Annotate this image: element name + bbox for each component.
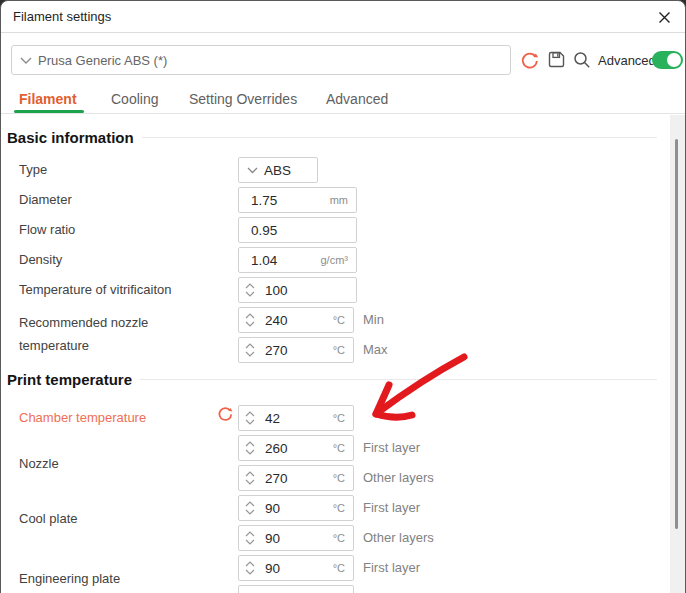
density-unit: g/cm³ (321, 254, 349, 266)
search-preset-button[interactable] (572, 50, 592, 70)
spinner-down-icon (245, 321, 255, 327)
spinner-down-icon (245, 509, 255, 515)
diameter-label: Diameter (19, 192, 72, 207)
spinner-buttons[interactable] (242, 586, 258, 593)
spinner-buttons[interactable] (242, 406, 258, 430)
nozzle-temp-max-input[interactable] (258, 343, 333, 358)
spinner-down-icon (245, 351, 255, 357)
density-field: g/cm³ (238, 247, 357, 273)
spinner-up-icon (245, 411, 255, 417)
reset-preset-button[interactable] (520, 50, 540, 70)
type-dropdown[interactable]: ABS (238, 157, 318, 183)
spinner-buttons[interactable] (242, 436, 258, 460)
cool-plate-other-layers-field: °C (238, 525, 354, 551)
scrollbar-track[interactable] (670, 115, 685, 593)
spinner-down-icon (245, 419, 255, 425)
unit-celsius: °C (333, 562, 345, 574)
engineering-plate-label: Engineering plate (19, 571, 120, 586)
nozzle-temp-min-input[interactable] (258, 313, 333, 328)
spinner-buttons[interactable] (242, 466, 258, 490)
vitrification-field (238, 277, 357, 303)
chamber-reset-button[interactable] (217, 405, 234, 422)
vitrification-input[interactable] (258, 283, 356, 298)
type-label: Type (19, 162, 47, 177)
save-preset-button[interactable] (547, 50, 567, 70)
first-layer-side-label: First layer (363, 560, 420, 575)
preset-name: Prusa Generic ABS (*) (38, 53, 167, 68)
other-layers-side-label: Other layers (363, 530, 434, 545)
tab-setting-overrides[interactable]: Setting Overrides (189, 91, 297, 107)
section-title: Print temperature (7, 371, 132, 388)
spinner-down-icon (245, 449, 255, 455)
spinner-up-icon (245, 471, 255, 477)
tab-cooling[interactable]: Cooling (111, 91, 158, 107)
spinner-buttons[interactable] (242, 338, 258, 362)
close-button[interactable] (653, 6, 675, 28)
max-side-label: Max (363, 342, 388, 357)
preset-combobox[interactable]: Prusa Generic ABS (*) (11, 45, 511, 75)
toggle-knob (667, 53, 681, 67)
cool-plate-label: Cool plate (19, 511, 78, 526)
chevron-down-icon (20, 57, 32, 64)
diameter-input[interactable] (239, 193, 330, 208)
flow-ratio-input[interactable] (239, 223, 356, 238)
cool-plate-first-layer-input[interactable] (258, 501, 333, 516)
search-icon (572, 50, 592, 70)
nozzle-other-layers-input[interactable] (258, 471, 333, 486)
spinner-up-icon (245, 531, 255, 537)
spinner-buttons[interactable] (242, 496, 258, 520)
tab-divider (1, 113, 685, 114)
nozzle-other-layers-field: °C (238, 465, 354, 491)
flow-ratio-label: Flow ratio (19, 222, 75, 237)
unit-celsius: °C (333, 314, 345, 326)
advanced-mode-label: Advanced (598, 53, 656, 68)
spinner-up-icon (245, 561, 255, 567)
section-title: Basic information (7, 129, 134, 146)
title-bar: Filament settings (1, 1, 685, 33)
min-side-label: Min (363, 312, 384, 327)
spinner-buttons[interactable] (242, 526, 258, 550)
first-layer-side-label: First layer (363, 500, 420, 515)
unit-celsius: °C (333, 472, 345, 484)
nozzle-temp-max-field: °C (238, 337, 354, 363)
filament-settings-dialog: Filament settings Prusa Generic ABS (*) (0, 0, 686, 593)
save-icon (547, 50, 566, 69)
chamber-temp-field: °C (238, 405, 354, 431)
tab-filament[interactable]: Filament (19, 91, 77, 107)
cool-plate-other-layers-input[interactable] (258, 531, 333, 546)
vitrification-label: Temperature of vitrificaiton (19, 282, 171, 297)
spinner-up-icon (245, 283, 255, 289)
tab-bar: Filament Cooling Setting Overrides Advan… (1, 89, 685, 114)
cool-plate-first-layer-field: °C (238, 495, 354, 521)
spinner-buttons[interactable] (242, 308, 258, 332)
advanced-mode-toggle[interactable] (652, 51, 683, 69)
density-input[interactable] (239, 253, 321, 268)
spinner-up-icon (245, 441, 255, 447)
engineering-plate-other-layers-field-partial (238, 585, 354, 593)
section-basic-information: Basic information (7, 129, 657, 146)
chamber-temperature-label: Chamber temperature (19, 410, 146, 425)
other-layers-side-label: Other layers (363, 470, 434, 485)
flow-ratio-field (238, 217, 357, 243)
scrollbar-thumb[interactable] (675, 139, 678, 529)
nozzle-temp-min-field: °C (238, 307, 354, 333)
density-label: Density (19, 252, 62, 267)
spinner-buttons[interactable] (242, 278, 258, 302)
spinner-buttons[interactable] (242, 556, 258, 580)
tab-advanced[interactable]: Advanced (326, 91, 388, 107)
nozzle-first-layer-input[interactable] (258, 441, 333, 456)
chevron-down-icon (247, 167, 258, 174)
first-layer-side-label: First layer (363, 440, 420, 455)
refresh-icon (217, 405, 234, 422)
section-print-temperature: Print temperature (7, 371, 657, 388)
refresh-icon (520, 50, 540, 70)
chamber-temp-input[interactable] (258, 411, 333, 426)
engineering-plate-first-layer-input[interactable] (258, 561, 333, 576)
spinner-up-icon (245, 313, 255, 319)
unit-celsius: °C (333, 412, 345, 424)
spinner-down-icon (245, 539, 255, 545)
unit-celsius: °C (333, 344, 345, 356)
spinner-up-icon (245, 343, 255, 349)
diameter-field: mm (238, 187, 357, 213)
spinner-down-icon (245, 479, 255, 485)
